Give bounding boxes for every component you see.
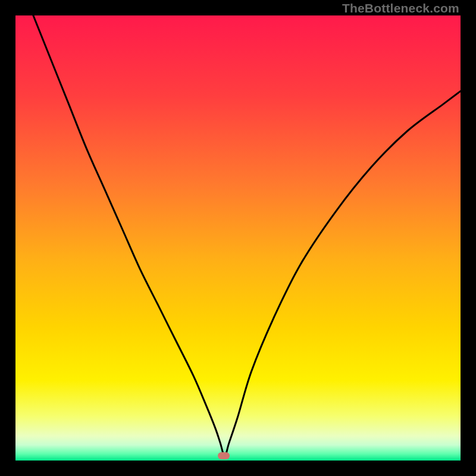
watermark-text: TheBottleneck.com bbox=[342, 1, 459, 15]
bottleneck-curve bbox=[15, 15, 461, 461]
optimal-point-marker bbox=[218, 452, 230, 459]
chart-frame: TheBottleneck.com bbox=[0, 0, 476, 476]
plot-area bbox=[15, 15, 461, 461]
